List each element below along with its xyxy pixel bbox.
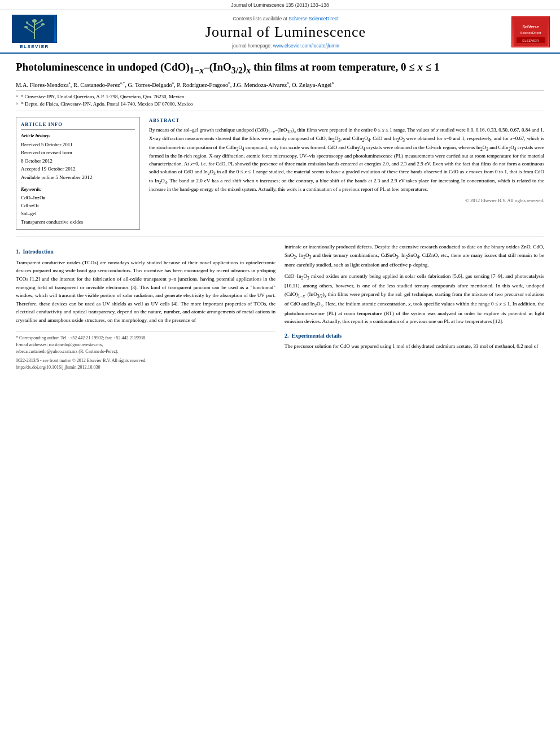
svg-point-10 — [41, 19, 43, 21]
svg-point-6 — [32, 19, 37, 23]
elsevier-wordmark: ELSEVIER — [20, 44, 49, 49]
keyword-4: Transparent conductive oxides — [21, 218, 135, 226]
section-separator — [16, 237, 544, 237]
article-info-abstract-section: ARTICLE INFO Article history: Received 5… — [16, 117, 544, 230]
right-logo-container: SciVerse ScienceDirect ELSEVIER — [511, 16, 551, 47]
body-two-col: 1. Introduction Transparent conductive o… — [16, 243, 544, 371]
article-body: Photoluminescence in undoped (CdO)1−x–(I… — [0, 54, 560, 380]
section1-heading: 1. Introduction — [16, 247, 275, 256]
keyword-3: Sol–gel — [21, 209, 135, 217]
contents-line: Contents lists available at SciVerse Sci… — [65, 16, 506, 21]
svg-text:SciVerse: SciVerse — [522, 25, 539, 29]
accepted-date: Accepted 19 October 2012 — [21, 165, 135, 173]
footnote-corresponding: * Corresponding author. Tel.: +52 442 21… — [16, 335, 275, 342]
svg-point-9 — [26, 21, 28, 24]
received-revised-label: Received in revised form — [21, 148, 135, 156]
homepage-link[interactable]: www.elsevier.com/locate/jlumin — [273, 43, 339, 49]
footnote-email2: rebeca.castanedo@yahoo.com.mx (R. Castan… — [16, 348, 275, 355]
history-label: Article history: — [21, 132, 135, 140]
footnote-section: * Corresponding author. Tel.: +52 442 21… — [16, 331, 275, 371]
article-info-box: ARTICLE INFO Article history: Received 5… — [16, 117, 140, 230]
journal-title: Journal of Luminescence — [65, 24, 506, 41]
footnote-doi-line: 0022-2313/$ - see front matter © 2012 El… — [16, 357, 275, 364]
copyright-line: © 2012 Elsevier B.V. All rights reserved… — [149, 197, 544, 204]
abstract-title: ABSTRACT — [149, 117, 544, 124]
authors-line: M.A. Flores-Mendozaa, R. Castanedo-Perez… — [16, 81, 544, 88]
section2-heading: 2. Experimental details — [285, 331, 544, 340]
affil-line-2: b ᵇ Depto. de Fisica, Cinvestav-IPN, Apd… — [16, 101, 544, 108]
keyword-1: CdO–In₂O₃ — [21, 194, 135, 202]
keywords-label: Keywords: — [21, 186, 135, 194]
body-left-col: 1. Introduction Transparent conductive o… — [16, 243, 275, 371]
article-info-column: ARTICLE INFO Article history: Received 5… — [16, 117, 140, 230]
svg-point-8 — [41, 23, 45, 25]
article-title: Photoluminescence in undoped (CdO)1−x–(I… — [16, 60, 544, 76]
affil-line-1: a ᵃ Cinvestav-IPN, Unidad Queretaro, A.P… — [16, 93, 544, 101]
abstract-column: ABSTRACT By means of the sol–gel growth … — [149, 117, 544, 230]
intro-para-2: intrinsic or intentionally produced defe… — [285, 243, 544, 269]
received-date: Received 5 October 2011 — [21, 141, 135, 148]
elsevier-logo-container: ELSEVIER — [9, 15, 60, 49]
main-header: ELSEVIER Contents lists available at Sci… — [0, 10, 560, 54]
svg-point-7 — [24, 26, 28, 28]
sciverse-link[interactable]: SciVerse ScienceDirect — [288, 16, 338, 21]
abstract-text: By means of the sol–gel growth technique… — [149, 126, 544, 194]
footnote-email1: E-mail addresses: rcastanedo@grucinvesta… — [16, 342, 275, 348]
body-right-col: intrinsic or intentionally produced defe… — [285, 243, 544, 371]
svg-text:ELSEVIER: ELSEVIER — [522, 39, 539, 42]
sciverse-logo: SciVerse ScienceDirect ELSEVIER — [511, 16, 550, 47]
intro-para-1: Transparent conductive oxides (TCOs) are… — [16, 259, 275, 324]
elsevier-logo-img — [12, 15, 57, 43]
available-date: Available online 5 November 2012 — [21, 173, 135, 181]
journal-citation: Journal of Luminescence 135 (2013) 133–1… — [231, 2, 329, 8]
homepage-line: journal homepage: www.elsevier.com/locat… — [65, 43, 506, 49]
header-center: Contents lists available at SciVerse Sci… — [65, 16, 506, 49]
svg-text:ScienceDirect: ScienceDirect — [520, 31, 541, 34]
footnote-doi: http://dx.doi.org/10.1016/j.jlumin.2012.… — [16, 364, 275, 371]
affiliations: a ᵃ Cinvestav-IPN, Unidad Queretaro, A.P… — [16, 90, 544, 111]
journal-header-bar: Journal of Luminescence 135 (2013) 133–1… — [0, 0, 560, 10]
keyword-2: CdIn₂O₄ — [21, 202, 135, 209]
intro-para-3: CdO–In2O3 mixed oxides are currently bei… — [285, 272, 544, 325]
abstract-box: ABSTRACT By means of the sol–gel growth … — [149, 117, 544, 204]
article-info-title: ARTICLE INFO — [21, 121, 135, 130]
revised-date: 8 October 2012 — [21, 157, 135, 165]
exp-para-1: The precursor solution for CdO was prepa… — [285, 342, 544, 351]
